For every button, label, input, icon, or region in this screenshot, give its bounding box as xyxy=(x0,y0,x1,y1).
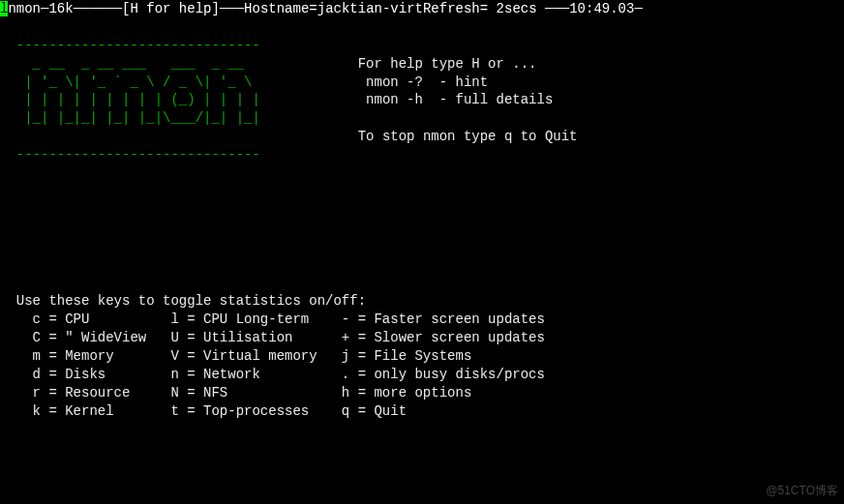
ascii-logo-row: | '_ \| '_ ` _ \ / _ \| '_ \ xyxy=(0,74,277,90)
blank-line xyxy=(0,256,8,272)
clock-time: 10:49.03 xyxy=(569,1,634,16)
keys-title: Use these keys to toggle statistics on/o… xyxy=(0,293,366,309)
keys-row: c = CPU l = CPU Long-term - = Faster scr… xyxy=(0,311,545,327)
refresh-label: Refresh= xyxy=(423,1,497,16)
blank-line xyxy=(0,184,8,199)
hostname-value: jacktian-virt xyxy=(317,1,423,16)
help-hint: [H for help] xyxy=(122,1,220,16)
refresh-value: 2secs xyxy=(497,1,537,16)
header-line: lnmon─16k──────[H for help]───Hostname=j… xyxy=(0,1,643,16)
help-line-1: For help type H or ... xyxy=(277,56,537,72)
ascii-border-bot: ------------------------------ xyxy=(0,147,260,163)
keys-row: d = Disks n = Network . = only busy disk… xyxy=(0,367,545,382)
help-text-1: For help type H or ... xyxy=(358,56,537,72)
help-text-3: nmon -h - full details xyxy=(358,92,554,107)
blank-line xyxy=(0,202,8,218)
version: 16k xyxy=(48,1,73,16)
help-text-4: To stop nmon type q to Quit xyxy=(358,129,578,144)
blank-line xyxy=(0,165,8,181)
ascii-logo-row: |_| |_|_| |_| |_|\___/|_| |_| xyxy=(0,110,277,126)
watermark: @51CTO博客 xyxy=(766,483,838,498)
ascii-logo-row xyxy=(0,129,277,144)
keys-row: k = Kernel t = Top-processes q = Quit xyxy=(0,403,407,419)
ascii-logo-row: | | | | | | | | | (_) | | | | xyxy=(0,92,277,107)
help-line-4: To stop nmon type q to Quit xyxy=(277,129,578,144)
blank-line xyxy=(0,239,8,254)
help-text-2: nmon -? - hint xyxy=(358,74,488,90)
keys-row: C = " WideView U = Utilisation + = Slowe… xyxy=(0,330,545,345)
help-line-3: nmon -h - full details xyxy=(277,92,554,107)
keys-row: r = Resource N = NFS h = more options xyxy=(0,385,471,400)
blank-line xyxy=(0,221,8,236)
ascii-border-top: ------------------------------ xyxy=(0,38,260,53)
blank-line xyxy=(0,19,8,35)
app-name: nmon xyxy=(8,1,41,16)
blank-line xyxy=(0,275,8,290)
help-line-2: nmon -? - hint xyxy=(277,74,488,90)
hostname-label: Hostname= xyxy=(244,1,317,16)
ascii-logo-row: _ __ _ __ ___ ___ _ __ xyxy=(0,56,277,72)
keys-row: m = Memory V = Virtual memory j = File S… xyxy=(0,348,471,364)
terminal-screen: lnmon─16k──────[H for help]───Hostname=j… xyxy=(0,0,844,420)
